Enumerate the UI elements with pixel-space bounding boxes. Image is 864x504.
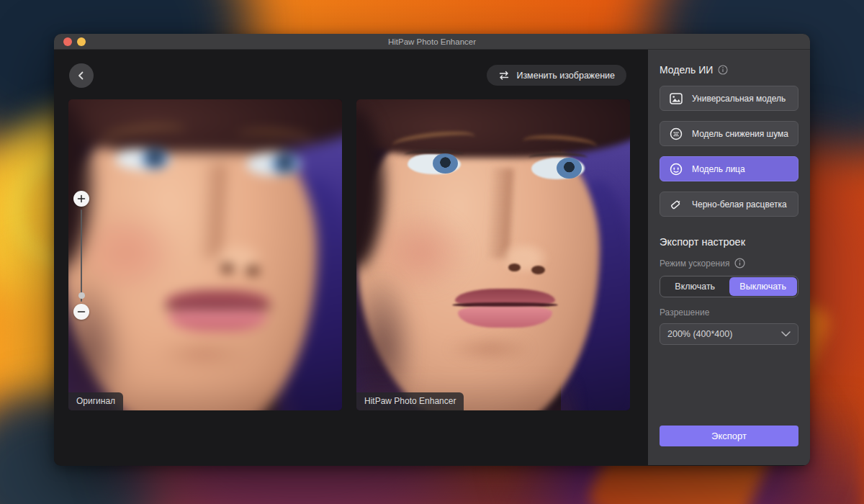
- noise-icon: [669, 127, 683, 141]
- zoom-control: [68, 99, 97, 410]
- enhanced-photo: [356, 99, 630, 410]
- portrait-layer: [168, 309, 267, 330]
- model-button-denoise[interactable]: Модель снижения шума: [660, 121, 798, 146]
- main-area: Изменить изображение: [54, 50, 648, 465]
- portrait-layer: [221, 264, 234, 273]
- portrait-layer: [458, 307, 552, 328]
- change-image-button[interactable]: Изменить изображение: [487, 65, 626, 86]
- chevron-left-icon: [76, 70, 87, 81]
- minus-icon: [77, 307, 86, 316]
- chevron-down-icon: [781, 331, 791, 337]
- title-bar[interactable]: HitPaw Photo Enhancer: [54, 34, 810, 50]
- model-button-universal[interactable]: Универсальная модель: [660, 86, 798, 111]
- portrait-layer: [246, 266, 260, 276]
- resolution-dropdown[interactable]: 200% (400*400): [660, 323, 798, 345]
- zoom-in-button[interactable]: [73, 191, 89, 207]
- zoom-out-button[interactable]: [73, 304, 89, 320]
- portrait-layer: [112, 144, 174, 155]
- window-title: HitPaw Photo Enhancer: [54, 34, 810, 50]
- acceleration-label: Режим ускорения: [660, 258, 729, 269]
- info-icon[interactable]: [718, 65, 728, 75]
- sidebar: Модель ИИ Универсальная модель: [648, 50, 810, 465]
- info-icon[interactable]: [734, 258, 745, 269]
- resolution-label: Разрешение: [660, 307, 709, 318]
- original-image-panel[interactable]: Оригинал: [68, 99, 342, 410]
- ai-model-section-title: Модель ИИ: [660, 64, 713, 76]
- desktop-wallpaper: HitPaw Photo Enhancer: [0, 0, 864, 504]
- zoom-slider-track[interactable]: [81, 210, 82, 302]
- model-button-face[interactable]: Модель лица: [660, 156, 798, 181]
- enhanced-image-panel[interactable]: HitPaw Photo Enhancer: [356, 99, 630, 410]
- model-button-colorize[interactable]: Черно-белая расцветка: [660, 192, 798, 217]
- swap-icon: [498, 71, 510, 80]
- original-tag: Оригинал: [68, 392, 123, 410]
- acceleration-toggle: Включать Выключать: [660, 276, 798, 297]
- brush-icon: [669, 197, 683, 212]
- resolution-value: 200% (400*400): [667, 329, 732, 339]
- image-icon: [669, 91, 683, 106]
- model-button-label: Модель лица: [692, 164, 745, 174]
- back-button[interactable]: [69, 63, 94, 88]
- acceleration-on-option[interactable]: Включать: [661, 277, 729, 296]
- export-button[interactable]: Экспорт: [660, 426, 798, 446]
- export-section-title: Экспорт настроек: [660, 236, 798, 248]
- app-window: HitPaw Photo Enhancer: [54, 34, 810, 466]
- original-photo: [68, 99, 342, 410]
- face-icon: [669, 162, 683, 176]
- change-image-label: Изменить изображение: [516, 71, 615, 81]
- model-button-label: Черно-белая расцветка: [692, 199, 787, 210]
- portrait-layer: [156, 340, 248, 368]
- zoom-slider-thumb[interactable]: [78, 292, 85, 299]
- model-button-label: Универсальная модель: [692, 94, 786, 104]
- model-button-label: Модель снижения шума: [692, 129, 788, 139]
- acceleration-off-option[interactable]: Выключать: [729, 277, 798, 296]
- enhanced-tag: HitPaw Photo Enhancer: [356, 392, 464, 410]
- plus-icon: [77, 194, 86, 203]
